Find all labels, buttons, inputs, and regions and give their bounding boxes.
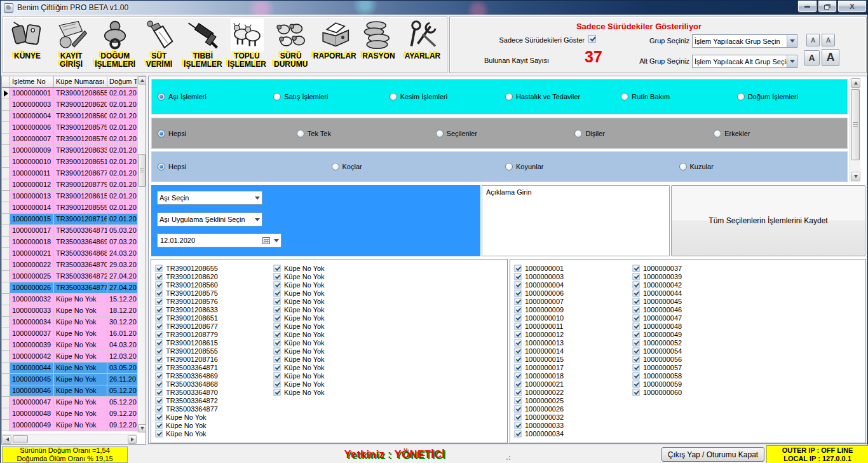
row-selector[interactable] xyxy=(2,88,10,99)
scope-option[interactable]: Seçilenler xyxy=(430,130,569,137)
cell-dogum-tarihi[interactable]: 09.12.20 xyxy=(107,420,137,431)
toolbar-item-kayit-girisi[interactable]: KAYIT GİRİŞİ xyxy=(50,18,93,69)
checklist-item[interactable]: 1000000022 xyxy=(514,388,564,396)
checklist-item[interactable]: TR39001208677 xyxy=(155,322,218,330)
checkbox[interactable] xyxy=(155,422,162,429)
row-selector[interactable] xyxy=(2,214,10,225)
table-row[interactable]: 1000000017TR3500336487105.03.20 xyxy=(2,225,137,237)
checkbox[interactable] xyxy=(514,281,521,288)
cell-dogum-tarihi[interactable]: 15.12.20 xyxy=(107,294,137,305)
toolbar-item-kunye[interactable]: KÜNYE xyxy=(6,18,49,60)
cell-kupe-numarasi[interactable]: TR35003364877 xyxy=(54,282,107,294)
cell-dogum-tarihi[interactable]: 18.12.20 xyxy=(107,305,137,317)
checklist-item[interactable]: 1000000057 xyxy=(632,363,682,371)
chevron-down-icon[interactable] xyxy=(272,239,281,242)
checklist-item[interactable]: Küpe No Yok xyxy=(273,338,325,347)
toolbar-item-ayarlar[interactable]: AYARLAR xyxy=(401,18,444,60)
cell-dogum-tarihi[interactable]: 02.01.20 xyxy=(107,156,137,168)
row-selector[interactable] xyxy=(2,363,10,374)
checkbox[interactable] xyxy=(155,364,162,371)
cell-isletme-no[interactable]: 1000000037 xyxy=(10,328,54,340)
checklist-item[interactable]: 1000000014 xyxy=(514,347,564,355)
cell-dogum-tarihi[interactable]: 02.01.20 xyxy=(107,111,137,122)
table-row[interactable]: 1000000007TR3900120857602.01.20 xyxy=(2,134,137,145)
scroll-up-button[interactable] xyxy=(851,78,860,88)
cell-dogum-tarihi[interactable]: 05.12.20 xyxy=(107,397,137,408)
cell-kupe-numarasi[interactable]: TR39001208575 xyxy=(54,122,107,134)
checklist-item[interactable]: TR39001208779 xyxy=(155,330,218,338)
animal-type-option[interactable]: Hepsi xyxy=(152,163,326,170)
checkbox[interactable] xyxy=(273,364,280,371)
cell-kupe-numarasi[interactable]: TR39001208655 xyxy=(54,88,107,99)
radio-button[interactable] xyxy=(737,93,745,100)
checkbox[interactable] xyxy=(273,347,280,354)
cell-isletme-no[interactable]: 1000000034 xyxy=(10,317,54,328)
cell-kupe-numarasi[interactable]: Küpe No Yok xyxy=(54,305,107,317)
scroll-up-button[interactable] xyxy=(138,76,146,85)
checkbox[interactable] xyxy=(514,265,521,272)
checklist-item[interactable]: 1000000059 xyxy=(632,380,682,388)
cell-isletme-no[interactable]: 1000000001 xyxy=(10,88,54,99)
checkbox[interactable] xyxy=(155,347,162,354)
cell-kupe-numarasi[interactable]: Küpe No Yok xyxy=(54,294,107,305)
cell-kupe-numarasi[interactable]: Küpe No Yok xyxy=(54,328,107,340)
checklist-item[interactable]: Küpe No Yok xyxy=(273,297,325,305)
toolbar-item-sut-verimi[interactable]: SÜT VERİMİ xyxy=(137,18,180,69)
checklist-item[interactable]: Küpe No Yok xyxy=(155,413,218,421)
row-selector[interactable] xyxy=(2,282,10,294)
checkbox[interactable] xyxy=(155,281,162,288)
scope-option[interactable]: Tek Tek xyxy=(291,130,430,137)
checkbox[interactable] xyxy=(514,413,521,420)
scrollbar-thumb[interactable] xyxy=(851,89,860,160)
checkbox[interactable] xyxy=(273,380,280,387)
checkbox[interactable] xyxy=(632,356,639,363)
table-row[interactable]: 1000000001TR3900120865502.01.20 xyxy=(2,88,137,99)
checklist-item[interactable]: 1000000034 xyxy=(514,429,564,438)
checkbox[interactable] xyxy=(155,298,162,305)
toolbar-item-suru-durumu[interactable]: SÜRÜ DURUMU xyxy=(269,18,313,69)
cell-isletme-no[interactable]: 1000000045 xyxy=(10,374,54,385)
checkbox[interactable] xyxy=(273,331,280,338)
checkbox[interactable] xyxy=(273,273,280,280)
cell-dogum-tarihi[interactable]: 26.11.20 xyxy=(107,374,137,385)
cell-isletme-no[interactable]: 1000000022 xyxy=(10,259,54,271)
checkbox[interactable] xyxy=(514,289,521,296)
cell-kupe-numarasi[interactable]: Küpe No Yok xyxy=(54,351,107,363)
checklist-item[interactable]: 1000000048 xyxy=(632,322,682,330)
checklist-item[interactable]: 1000000018 xyxy=(514,371,564,380)
cell-isletme-no[interactable]: 1000000033 xyxy=(10,305,54,317)
radio-button[interactable] xyxy=(679,163,687,170)
operation-option[interactable]: Satış İşlemleri xyxy=(268,93,383,100)
row-selector[interactable] xyxy=(2,237,10,248)
checkbox[interactable] xyxy=(155,273,162,280)
cell-isletme-no[interactable]: 1000000032 xyxy=(10,294,54,305)
row-selector[interactable] xyxy=(2,385,10,397)
checklist-item[interactable]: TR35003364871 xyxy=(155,363,218,371)
checkbox[interactable] xyxy=(514,306,521,313)
checklist-item[interactable]: TR39001208651 xyxy=(155,314,218,322)
checkbox[interactable] xyxy=(514,339,521,346)
checkbox[interactable] xyxy=(632,322,639,329)
table-vertical-scrollbar[interactable] xyxy=(137,76,146,432)
table-row[interactable]: 1000000034Küpe No Yok30.12.20 xyxy=(2,317,137,328)
cell-isletme-no[interactable]: 1000000018 xyxy=(10,237,54,248)
row-selector[interactable] xyxy=(2,397,10,408)
checkbox[interactable] xyxy=(632,273,639,280)
checklist-item[interactable]: 1000000001 xyxy=(514,264,564,272)
table-row[interactable]: 1000000047Küpe No Yok05.12.20 xyxy=(2,397,137,408)
save-all-selected-button[interactable]: Tüm Seçilenlerin İşlemlerini Kaydet xyxy=(671,185,865,256)
subgroup-select[interactable]: İşlem Yapılacak Alt Grup Seçin xyxy=(692,55,797,68)
checkbox[interactable] xyxy=(514,347,521,354)
scroll-down-button[interactable] xyxy=(138,424,146,432)
row-selector[interactable] xyxy=(2,271,10,282)
row-selector[interactable] xyxy=(2,408,10,420)
cell-isletme-no[interactable]: 1000000049 xyxy=(10,420,54,431)
cell-isletme-no[interactable]: 1000000042 xyxy=(10,351,54,363)
radio-button[interactable] xyxy=(158,130,165,137)
checkbox[interactable] xyxy=(155,306,162,313)
checkbox[interactable] xyxy=(273,306,280,313)
cell-dogum-tarihi[interactable]: 30.12.20 xyxy=(107,317,137,328)
cell-kupe-numarasi[interactable]: TR39001208620 xyxy=(54,99,107,111)
checkbox[interactable] xyxy=(514,405,521,412)
show-only-herd-checkbox[interactable] xyxy=(588,35,596,43)
